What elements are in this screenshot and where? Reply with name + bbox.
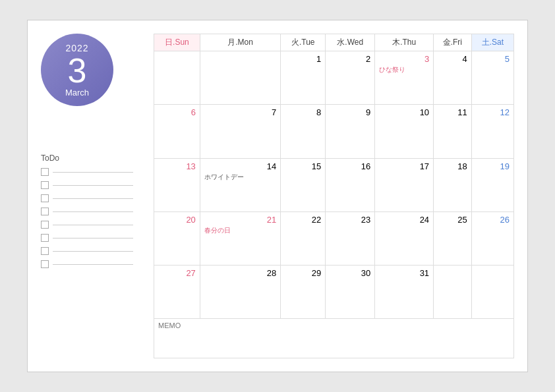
cell-mar-27: 27 xyxy=(154,266,200,319)
cell-mar-23: 23 xyxy=(326,211,375,265)
cell-mar-1: 1 xyxy=(281,51,326,105)
month-number: 3 xyxy=(68,53,87,88)
header-thu: 木.Thu xyxy=(375,34,434,51)
todo-checkbox-2[interactable] xyxy=(41,181,49,189)
cell-mar-28: 28 xyxy=(200,266,280,319)
todo-item-1 xyxy=(41,168,133,176)
todo-title: ToDo xyxy=(41,154,133,163)
cell-mar-19: 19 xyxy=(471,158,513,211)
todo-line-4 xyxy=(53,211,133,212)
todo-line-2 xyxy=(53,185,133,186)
cell-mar-7: 7 xyxy=(200,105,280,158)
cell-empty-3 xyxy=(434,266,472,319)
header-mon: 月.Mon xyxy=(200,34,280,51)
header-tue: 火.Tue xyxy=(281,34,326,51)
memo-cell[interactable]: MEMO xyxy=(154,319,514,358)
todo-item-6 xyxy=(41,234,133,242)
calendar-week-1: 1 2 3 ひな祭り 4 5 xyxy=(154,51,514,105)
todo-line-6 xyxy=(53,238,133,238)
cell-mar-20: 20 xyxy=(154,211,200,265)
calendar-table: 日.Sun 月.Mon 火.Tue 水.Wed 木.Thu 金.Fri 土.Sa… xyxy=(154,34,514,358)
cell-mar-8: 8 xyxy=(281,105,326,158)
calendar-week-5: 27 28 29 30 31 xyxy=(154,266,514,319)
calendar-week-3: 13 14 ホワイトデー 15 16 17 18 19 xyxy=(154,158,514,211)
todo-item-8 xyxy=(41,260,133,268)
cell-mar-26: 26 xyxy=(471,211,513,265)
cell-mar-24: 24 xyxy=(375,211,434,265)
cell-mar-10: 10 xyxy=(375,105,434,158)
todo-checkbox-1[interactable] xyxy=(41,168,49,176)
todo-checkbox-8[interactable] xyxy=(41,260,49,268)
left-panel: 2022 3 March ToDo xyxy=(41,34,143,358)
cell-mar-9: 9 xyxy=(326,105,375,158)
todo-line-7 xyxy=(53,251,133,252)
calendar-week-2: 6 7 8 9 10 11 12 xyxy=(154,105,514,158)
cell-mar-17: 17 xyxy=(375,158,434,211)
todo-section: ToDo xyxy=(41,154,133,273)
cell-empty-1 xyxy=(154,51,200,105)
todo-line-5 xyxy=(53,225,133,225)
calendar-header-row: 日.Sun 月.Mon 火.Tue 水.Wed 木.Thu 金.Fri 土.Sa… xyxy=(154,34,514,51)
cell-mar-13: 13 xyxy=(154,158,200,211)
todo-checkbox-6[interactable] xyxy=(41,234,49,242)
todo-item-5 xyxy=(41,221,133,229)
cell-mar-21: 21 春分の日 xyxy=(200,211,280,265)
cell-mar-25: 25 xyxy=(434,211,472,265)
todo-checkbox-3[interactable] xyxy=(41,194,49,202)
todo-checkbox-4[interactable] xyxy=(41,208,49,215)
cell-mar-6: 6 xyxy=(154,105,200,158)
todo-item-3 xyxy=(41,194,133,202)
todo-checkbox-5[interactable] xyxy=(41,221,49,229)
cell-mar-30: 30 xyxy=(326,266,375,319)
todo-item-7 xyxy=(41,247,133,255)
cell-mar-3: 3 ひな祭り xyxy=(375,51,434,105)
todo-checkbox-7[interactable] xyxy=(41,247,49,255)
header-wed: 水.Wed xyxy=(326,34,375,51)
cell-empty-2 xyxy=(200,51,280,105)
cell-mar-22: 22 xyxy=(281,211,326,265)
month-name: March xyxy=(65,88,89,98)
month-badge: 2022 3 March xyxy=(41,34,113,106)
todo-line-1 xyxy=(53,172,133,173)
memo-label: MEMO xyxy=(158,322,181,329)
calendar-page: 2022 3 March ToDo xyxy=(27,20,528,372)
cell-mar-29: 29 xyxy=(281,266,326,319)
cell-mar-18: 18 xyxy=(434,158,472,211)
header-sun: 日.Sun xyxy=(154,34,200,51)
cell-mar-5: 5 xyxy=(471,51,513,105)
todo-line-3 xyxy=(53,198,133,199)
cell-mar-11: 11 xyxy=(434,105,472,158)
cell-empty-4 xyxy=(471,266,513,319)
header-fri: 金.Fri xyxy=(434,34,472,51)
cell-mar-15: 15 xyxy=(281,158,326,211)
header-sat: 土.Sat xyxy=(471,34,513,51)
todo-item-4 xyxy=(41,208,133,215)
todo-line-8 xyxy=(53,264,133,265)
cell-mar-12: 12 xyxy=(471,105,513,158)
cell-mar-31: 31 xyxy=(375,266,434,319)
cell-mar-16: 16 xyxy=(326,158,375,211)
todo-item-2 xyxy=(41,181,133,189)
cell-mar-4: 4 xyxy=(434,51,472,105)
calendar-week-4: 20 21 春分の日 22 23 24 25 26 xyxy=(154,211,514,265)
memo-row: MEMO xyxy=(154,319,514,358)
cell-mar-2: 2 xyxy=(326,51,375,105)
cell-mar-14: 14 ホワイトデー xyxy=(200,158,280,211)
right-panel: 日.Sun 月.Mon 火.Tue 水.Wed 木.Thu 金.Fri 土.Sa… xyxy=(154,34,514,358)
